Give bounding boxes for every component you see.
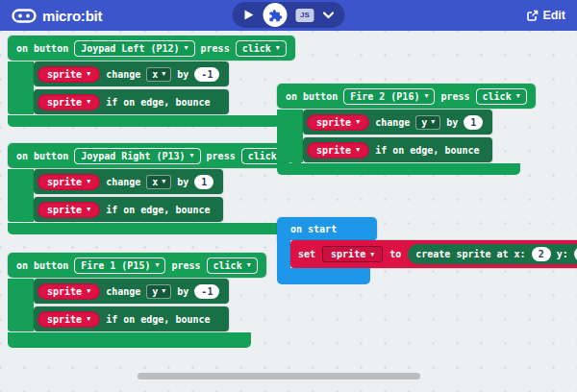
sprite-change-statement[interactable]: sprite ▾ change x ▾ by -1 [34, 61, 229, 86]
sprite-bounce-statement[interactable]: sprite ▾ if on edge, bounce [34, 197, 223, 222]
block-label: by [177, 69, 188, 80]
variable-name: sprite [47, 177, 82, 187]
sprite-variable-dropdown[interactable]: sprite ▾ [38, 311, 100, 328]
pin-dropdown[interactable]: Fire 2 (P16) ▾ [343, 88, 435, 105]
blocks-mode-button[interactable] [263, 3, 288, 27]
block-label: change [106, 69, 140, 80]
set-variable-statement[interactable]: set sprite ▾ to create sprite at x: 2 y:… [290, 240, 577, 268]
on-start-hat[interactable]: on start [277, 217, 377, 240]
block-label: to [389, 249, 401, 259]
on-button-hat[interactable]: on button Joypad Right (P13) ▾ press cli… [8, 143, 301, 168]
c-block-spine [8, 279, 34, 331]
on-button-hat[interactable]: on button Fire 2 (P16) ▾ press click ▾ [277, 84, 536, 109]
event-dropdown[interactable]: click ▾ [207, 257, 258, 274]
pin-value: Fire 2 (P16) [350, 91, 419, 102]
play-button[interactable] [243, 9, 255, 21]
sprite-variable-dropdown[interactable]: sprite ▾ [307, 142, 369, 159]
c-block-foot [277, 268, 370, 284]
block-label: on button [16, 151, 68, 161]
sprite-bounce-statement[interactable]: sprite ▾ if on edge, bounce [303, 137, 492, 162]
axis-value: y [421, 117, 427, 128]
on-button-fire2-block[interactable]: on button Fire 2 (P16) ▾ press click ▾ s… [277, 84, 536, 175]
c-block-spine [8, 61, 34, 114]
sprite-variable-dropdown[interactable]: sprite ▾ [38, 283, 100, 300]
axis-value: y [152, 286, 158, 297]
number-input[interactable]: 1 [194, 175, 213, 189]
horizontal-scrollbar[interactable] [138, 373, 420, 380]
block-label: by [446, 117, 458, 128]
event-dropdown[interactable]: click ▾ [236, 40, 287, 57]
on-button-joypad-right-block[interactable]: on button Joypad Right (P13) ▾ press cli… [8, 143, 301, 234]
variable-name: sprite [47, 205, 82, 215]
chevron-down-icon: ▾ [356, 118, 360, 126]
sprite-variable-dropdown[interactable]: sprite ▾ [38, 94, 100, 110]
chevron-down-icon: ▾ [516, 92, 520, 100]
on-button-hat[interactable]: on button Joypad Left (P12) ▾ press clic… [8, 36, 295, 61]
block-label: change [106, 177, 140, 187]
axis-dropdown[interactable]: x ▾ [146, 175, 171, 189]
mode-toolbar: JS [233, 2, 345, 28]
chevron-down-icon: ▾ [247, 261, 251, 269]
chevron-down-icon: ▾ [424, 92, 428, 100]
pin-dropdown[interactable]: Fire 1 (P15) ▾ [74, 257, 165, 274]
variable-name: sprite [47, 314, 82, 325]
chevron-down-icon: ▾ [87, 315, 90, 323]
toolbar-more-button[interactable] [323, 12, 335, 19]
number-input[interactable]: -1 [194, 67, 219, 82]
c-block-spine [8, 169, 34, 222]
logo-text: micro:bit [42, 8, 102, 24]
x-number-input[interactable]: 2 [532, 247, 551, 261]
on-start-block[interactable]: on start set sprite ▾ to create sprite a… [277, 217, 577, 284]
event-value: click [242, 43, 271, 54]
block-label: by [177, 177, 188, 187]
block-label: if on edge, bounce [106, 205, 210, 215]
event-value: click [213, 260, 242, 271]
variable-name: sprite [316, 145, 351, 156]
number-input[interactable]: -1 [194, 284, 219, 299]
block-label: on button [16, 260, 68, 271]
sprite-variable-dropdown[interactable]: sprite ▾ [307, 114, 369, 131]
create-sprite-expression[interactable]: create sprite at x: 2 y: 4 [408, 244, 577, 264]
sprite-variable-dropdown[interactable]: sprite ▾ [38, 66, 100, 83]
chevron-down-icon: ▾ [431, 118, 435, 126]
on-button-hat[interactable]: on button Fire 1 (P15) ▾ press click ▾ [8, 253, 266, 278]
axis-dropdown[interactable]: y ▾ [415, 115, 440, 130]
sprite-change-statement[interactable]: sprite ▾ change y ▾ by 1 [303, 110, 492, 135]
block-label: if on edge, bounce [375, 145, 479, 156]
edit-button[interactable]: Edit [526, 9, 565, 22]
sprite-variable-dropdown[interactable]: sprite ▾ [322, 246, 383, 262]
chevron-down-icon: ▾ [87, 70, 90, 78]
variable-name: sprite [47, 69, 82, 80]
block-label: set [298, 249, 315, 259]
sprite-variable-dropdown[interactable]: sprite ▾ [38, 174, 100, 190]
pin-dropdown[interactable]: Joypad Right (P13) ▾ [74, 148, 200, 164]
sprite-bounce-statement[interactable]: sprite ▾ if on edge, bounce [34, 89, 229, 114]
chevron-down-icon [323, 12, 335, 19]
axis-dropdown[interactable]: y ▾ [146, 284, 171, 299]
block-label: by [177, 286, 188, 297]
axis-dropdown[interactable]: x ▾ [146, 67, 171, 82]
axis-value: x [152, 69, 158, 80]
chevron-down-icon: ▾ [190, 152, 194, 159]
microbit-logo[interactable]: micro:bit [12, 8, 102, 24]
event-value: click [248, 151, 277, 161]
sprite-variable-dropdown[interactable]: sprite ▾ [38, 202, 100, 218]
block-label: y: [557, 249, 568, 259]
sprite-change-statement[interactable]: sprite ▾ change y ▾ by -1 [34, 279, 229, 304]
block-label: change [375, 117, 410, 128]
pin-dropdown[interactable]: Joypad Left (P12) ▾ [74, 40, 194, 57]
chevron-down-icon: ▾ [155, 261, 159, 269]
on-button-fire1-block[interactable]: on button Fire 1 (P15) ▾ press click ▾ s… [8, 253, 266, 348]
sprite-change-statement[interactable]: sprite ▾ change x ▾ by 1 [34, 169, 223, 194]
sprite-bounce-statement[interactable]: sprite ▾ if on edge, bounce [34, 306, 229, 331]
chevron-down-icon: ▾ [87, 178, 90, 185]
block-label: change [106, 286, 140, 297]
block-label: if on edge, bounce [106, 314, 210, 325]
block-editor-canvas[interactable]: on button Joypad Left (P12) ▾ press clic… [0, 31, 577, 392]
pin-value: Fire 1 (P15) [81, 260, 150, 271]
event-value: click [483, 91, 512, 102]
event-dropdown[interactable]: click ▾ [476, 88, 527, 105]
javascript-mode-button[interactable]: JS [296, 9, 314, 22]
number-input[interactable]: 1 [464, 115, 483, 130]
on-button-joypad-left-block[interactable]: on button Joypad Left (P12) ▾ press clic… [8, 36, 295, 127]
